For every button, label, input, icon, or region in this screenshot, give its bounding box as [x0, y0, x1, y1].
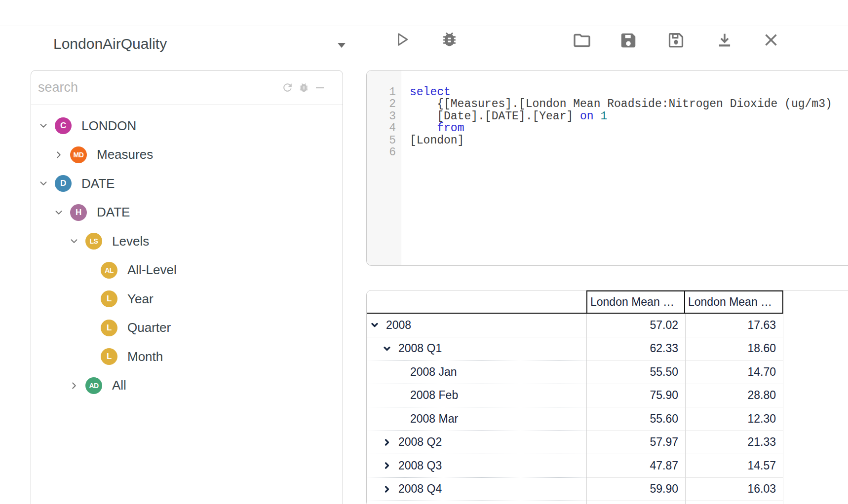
member-cell[interactable]: 2008 Q4	[367, 478, 586, 502]
close-button[interactable]	[762, 31, 780, 49]
tree-item-london[interactable]: C LONDON	[31, 111, 343, 141]
line-number: 6	[367, 146, 401, 158]
folder-icon	[572, 31, 592, 50]
chevron-down-icon[interactable]	[53, 207, 64, 218]
schema-tree: C LONDON MD Measures D DATE H DATE LS Le…	[31, 105, 343, 400]
table-row-2008-jan: 2008 Jan 55.50 14.70	[367, 360, 848, 384]
chevron-down-icon[interactable]	[38, 120, 49, 131]
tree-item-badge: C	[55, 117, 72, 134]
value-cell: 16.03	[685, 478, 783, 502]
tree-item-date[interactable]: H DATE	[31, 198, 343, 227]
code-line: {[Measures].[London Mean Roadside:Nitrog…	[410, 98, 848, 110]
tree-item-badge: D	[55, 175, 72, 192]
table-header-corner	[367, 290, 586, 314]
member-cell[interactable]: 2008 Q2	[367, 431, 586, 455]
code-line: [London]	[410, 135, 848, 146]
expand-collapse-icon[interactable]	[383, 485, 391, 494]
code-line: [Date].[DATE].[Year] on 1	[410, 110, 848, 122]
member-cell[interactable]: 2008 Q1	[367, 337, 586, 361]
tree-item-month[interactable]: L Month	[31, 342, 343, 371]
value-cell: 55.60	[586, 407, 685, 431]
code-line	[410, 146, 848, 158]
line-number: 1	[367, 86, 401, 98]
tree-item-all[interactable]: AD All	[31, 371, 343, 400]
code-line: from	[410, 122, 848, 134]
member-label: 2008 Q1	[398, 342, 442, 355]
tree-item-label: All-Level	[127, 262, 177, 278]
save-as-button[interactable]	[666, 31, 686, 50]
member-label: 2008 Q4	[398, 482, 442, 496]
value-cell: 75.90	[586, 384, 685, 408]
refresh-icon[interactable]	[281, 81, 294, 94]
line-number: 2	[367, 98, 401, 110]
member-cell[interactable]: 2008 Q3	[367, 454, 586, 478]
table-header-measure-1: London Mean …	[586, 290, 685, 314]
tree-item-badge: LS	[85, 233, 102, 250]
value-cell: 55.50	[586, 360, 685, 384]
line-number: 3	[367, 110, 401, 122]
table-row-2008-mar: 2008 Mar 55.60 12.30	[367, 407, 848, 431]
chevron-right-icon[interactable]	[53, 149, 64, 160]
table-row-2008-q3: 2008 Q3 47.87 14.57	[367, 454, 848, 478]
chevron-right-icon[interactable]	[69, 380, 79, 391]
value-cell: 17.63	[685, 314, 783, 337]
member-label: 2008 Jan	[410, 365, 457, 379]
tree-item-measures[interactable]: MD Measures	[31, 141, 343, 170]
search-bar	[31, 71, 343, 105]
debug-button[interactable]	[440, 30, 459, 48]
bug-icon	[440, 30, 459, 48]
search-input[interactable]	[31, 80, 281, 95]
tree-item-label: DATE	[97, 205, 130, 220]
mdx-editor-panel[interactable]: 123456 select {[Measures].[London Mean R…	[366, 70, 848, 266]
table-row-2008: 2008 57.02 17.63	[367, 314, 848, 337]
tree-item-label: LONDON	[81, 118, 136, 134]
collapse-all-icon[interactable]	[314, 82, 326, 94]
member-label: 2008 Feb	[410, 389, 458, 402]
line-number: 5	[367, 135, 401, 146]
value-cell: 14.70	[685, 360, 783, 384]
table-row-partial	[367, 501, 848, 504]
tree-item-badge: H	[70, 204, 87, 221]
table-row-2008-feb: 2008 Feb 75.90 28.80	[367, 384, 848, 408]
member-cell: 2008 Jan	[367, 360, 586, 384]
tree-item-levels[interactable]: LS Levels	[31, 227, 343, 256]
download-button[interactable]	[715, 31, 734, 50]
header-divider	[0, 26, 848, 26]
save-button[interactable]	[619, 31, 638, 50]
debug-filter-icon[interactable]	[298, 82, 309, 93]
run-button[interactable]	[393, 31, 411, 48]
editor-code-area[interactable]: select {[Measures].[London Mean Roadside…	[402, 71, 848, 265]
tree-item-badge: L	[101, 290, 117, 307]
tree-item-badge: L	[101, 348, 117, 365]
expand-collapse-icon[interactable]	[383, 344, 391, 353]
tree-item-label: DATE	[81, 176, 115, 191]
member-cell[interactable]: 2008	[367, 314, 586, 337]
tree-item-all-level[interactable]: AL All-Level	[31, 256, 343, 285]
title-dropdown-icon[interactable]	[337, 41, 347, 50]
tree-item-badge: MD	[70, 146, 87, 163]
open-file-button[interactable]	[572, 31, 592, 50]
document-title[interactable]: LondonAirQuality	[53, 36, 167, 52]
chevron-down-icon[interactable]	[69, 236, 79, 247]
tree-item-quarter[interactable]: L Quarter	[31, 314, 343, 343]
code-line: select	[410, 86, 848, 98]
tree-item-year[interactable]: L Year	[31, 285, 343, 314]
tree-item-badge: AL	[101, 262, 117, 279]
table-row-2008-q4: 2008 Q4 59.90 16.03	[367, 478, 848, 502]
table-row-2008-q1: 2008 Q1 62.33 18.60	[367, 337, 848, 361]
chevron-down-icon[interactable]	[38, 178, 49, 189]
tree-item-label: Levels	[112, 234, 149, 249]
value-cell: 14.57	[685, 454, 783, 478]
member-label: 2008 Q3	[398, 459, 442, 472]
download-icon	[715, 31, 734, 50]
expand-collapse-icon[interactable]	[370, 321, 379, 329]
tree-item-badge: AD	[85, 377, 102, 394]
result-table-panel: London Mean … London Mean … 2008 57.02 1…	[366, 290, 848, 504]
line-number: 4	[367, 122, 401, 134]
value-cell: 57.02	[586, 314, 685, 337]
tree-item-date[interactable]: D DATE	[31, 169, 343, 198]
editor-gutter: 123456	[367, 71, 401, 265]
expand-collapse-icon[interactable]	[383, 438, 391, 447]
expand-collapse-icon[interactable]	[383, 461, 391, 470]
play-icon	[393, 31, 411, 48]
